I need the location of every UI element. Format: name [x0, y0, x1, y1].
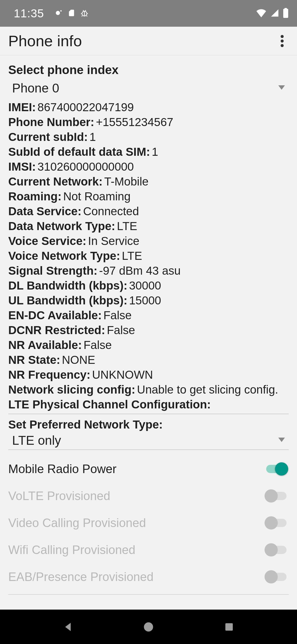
info-row: Data Network Type:LTE — [8, 219, 289, 234]
info-row: IMSI:310260000000000 — [8, 159, 289, 174]
preferred-network-spinner[interactable]: LTE only — [8, 431, 289, 450]
svg-point-1 — [60, 10, 62, 12]
switch-label: EAB/Presence Provisioned — [8, 570, 264, 584]
bug-icon — [80, 9, 89, 18]
info-value: 310260000000000 — [37, 160, 134, 173]
switch-list: Mobile Radio PowerVoLTE ProvisionedVideo… — [8, 455, 289, 590]
info-row: Network slicing config:Unable to get sli… — [8, 382, 289, 397]
info-row: DL Bandwidth (kbps):30000 — [8, 278, 289, 293]
battery-icon — [283, 8, 289, 19]
preferred-network-title: Set Preferred Network Type: — [8, 418, 289, 431]
data-saver-icon — [54, 9, 63, 18]
info-row: Current Network:T-Mobile — [8, 174, 289, 189]
preferred-network-selected: LTE only — [12, 433, 61, 448]
info-value: T-Mobile — [104, 175, 148, 188]
phone-index-spinner[interactable]: Phone 0 — [8, 78, 289, 98]
info-row: Signal Strength:-97 dBm 43 asu — [8, 263, 289, 278]
info-row: UL Bandwidth (kbps):15000 — [8, 293, 289, 308]
svg-point-0 — [56, 11, 60, 15]
switch-toggle[interactable] — [264, 461, 289, 477]
info-row: SubId of default data SIM:1 — [8, 144, 289, 159]
page-title: Phone info — [8, 32, 82, 50]
info-row: Voice Service:In Service — [8, 234, 289, 249]
svg-point-6 — [281, 39, 284, 42]
info-label: Voice Service: — [8, 234, 86, 247]
info-label: NR Available: — [8, 339, 82, 351]
back-icon — [62, 621, 73, 632]
switch-row: Wifi Calling Provisioned — [8, 536, 289, 563]
info-value: 1 — [152, 145, 158, 158]
overflow-menu-button[interactable] — [276, 30, 289, 52]
info-label: SubId of default data SIM: — [8, 145, 150, 158]
info-value: -97 dBm 43 asu — [99, 264, 181, 277]
info-label: Roaming: — [8, 190, 62, 203]
svg-point-5 — [281, 35, 284, 38]
info-row: Phone Number:+15551234567 — [8, 115, 289, 130]
status-bar: 11:35 — [0, 0, 297, 27]
switch-row: EAB/Presence Provisioned — [8, 563, 289, 590]
switch-toggle — [264, 569, 289, 585]
svg-point-7 — [281, 44, 284, 47]
switch-label: VoLTE Provisioned — [8, 489, 264, 503]
info-label: LTE Physical Channel Configuration: — [8, 398, 211, 411]
info-row: EN-DC Available:False — [8, 308, 289, 323]
switch-toggle — [264, 488, 289, 504]
info-label: Network slicing config: — [8, 383, 135, 396]
navigation-bar — [0, 610, 297, 644]
info-label: Data Service: — [8, 205, 81, 218]
dropdown-caret-icon — [278, 438, 285, 443]
info-row: LTE Physical Channel Configuration: — [8, 397, 289, 412]
more-vert-icon — [280, 35, 284, 47]
info-row: Voice Network Type:LTE — [8, 249, 289, 263]
info-row: Data Service:Connected — [8, 204, 289, 219]
info-row: NR Frequency:UNKNOWN — [8, 367, 289, 382]
info-list: IMEI:867400022047199Phone Number:+155512… — [8, 100, 289, 412]
recents-icon — [224, 622, 234, 632]
sd-card-icon — [68, 8, 75, 19]
info-value: False — [103, 309, 132, 322]
app-bar: Phone info — [0, 27, 297, 55]
info-label: IMEI: — [8, 101, 36, 114]
info-label: Phone Number: — [8, 116, 94, 129]
svg-point-8 — [144, 622, 153, 631]
switch-row: Video Calling Provisioned — [8, 509, 289, 536]
info-row: IMEI:867400022047199 — [8, 100, 289, 115]
dropdown-caret-icon — [278, 85, 285, 91]
divider — [8, 594, 289, 595]
info-label: DCNR Restricted: — [8, 324, 105, 337]
svg-rect-3 — [283, 9, 288, 18]
switch-row: VoLTE Provisioned — [8, 482, 289, 509]
status-time: 11:35 — [14, 7, 44, 20]
cellular-icon — [270, 9, 279, 18]
info-label: UL Bandwidth (kbps): — [8, 294, 127, 307]
info-value: LTE — [117, 220, 137, 233]
home-button[interactable] — [142, 620, 155, 634]
info-value: 15000 — [129, 294, 161, 307]
back-button[interactable] — [61, 620, 75, 634]
info-label: Data Network Type: — [8, 220, 115, 233]
info-row: Roaming:Not Roaming — [8, 189, 289, 204]
info-label: Current Network: — [8, 175, 103, 188]
info-label: NR Frequency: — [8, 368, 90, 381]
switch-label: Mobile Radio Power — [8, 462, 264, 476]
switch-label: Video Calling Provisioned — [8, 516, 264, 530]
recents-button[interactable] — [222, 620, 236, 634]
phone-index-title: Select phone index — [8, 63, 289, 77]
switch-label: Wifi Calling Provisioned — [8, 543, 264, 557]
switch-toggle — [264, 515, 289, 531]
info-value: UNKNOWN — [92, 368, 153, 381]
wifi-icon — [256, 9, 267, 18]
info-row: DCNR Restricted:False — [8, 323, 289, 338]
info-row: Current subId:1 — [8, 130, 289, 144]
info-label: DL Bandwidth (kbps): — [8, 279, 127, 292]
info-label: NR State: — [8, 353, 60, 366]
info-value: Connected — [83, 205, 139, 218]
info-value: Unable to get slicing config. — [137, 383, 278, 396]
home-icon — [143, 621, 154, 632]
svg-rect-9 — [226, 623, 233, 631]
info-row: NR State:NONE — [8, 353, 289, 367]
info-value: +15551234567 — [96, 116, 173, 129]
info-label: IMSI: — [8, 160, 36, 173]
info-value: NONE — [62, 353, 95, 366]
info-row: NR Available:False — [8, 338, 289, 353]
